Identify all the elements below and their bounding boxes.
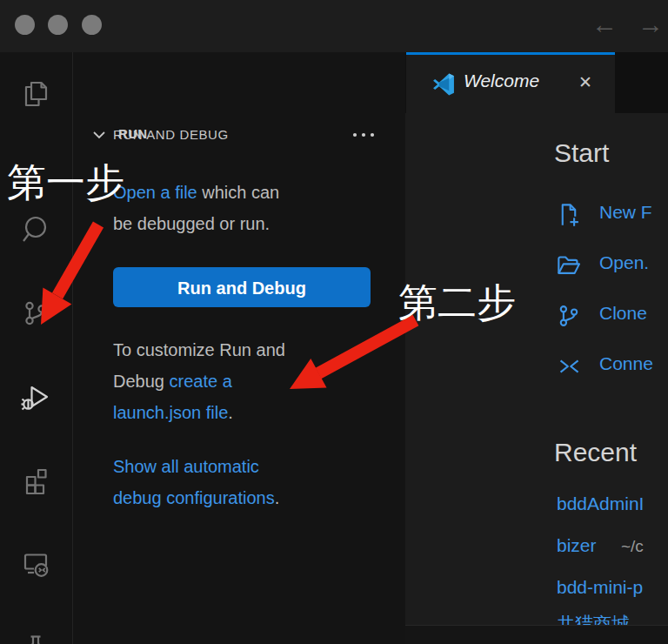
- activity-bar: [0, 52, 72, 644]
- run-section-header[interactable]: RUN: [118, 126, 147, 141]
- open-file-hint-text: Open a file which canbe debugged or run.: [113, 177, 383, 239]
- editor-area: Welcome ✕ Start New F: [405, 52, 668, 644]
- forward-icon[interactable]: →: [638, 7, 664, 42]
- run-and-debug-button[interactable]: Run and Debug: [113, 267, 371, 307]
- search-icon: [20, 214, 51, 245]
- inline-text: be debugged or run.: [113, 214, 270, 233]
- recent-list: bddAdminI bizer ~/c bdd-mini-p: [557, 485, 668, 610]
- activity-item-search[interactable]: [20, 214, 51, 245]
- start-item-label[interactable]: Open.: [599, 252, 649, 273]
- start-item-clone[interactable]: Clone: [554, 291, 668, 341]
- tab-bar: Welcome ✕: [405, 52, 668, 113]
- titlebar: ← →: [0, 0, 668, 52]
- more-actions-icon[interactable]: [348, 125, 379, 144]
- tab-welcome[interactable]: Welcome ✕: [406, 52, 615, 113]
- explorer-icon: [20, 78, 51, 110]
- recent-item[interactable]: bizer ~/c: [557, 527, 668, 568]
- recent-item-name[interactable]: bdd-mini-p: [557, 577, 643, 598]
- start-item-label[interactable]: Clone: [599, 303, 647, 324]
- recent-item-name[interactable]: bddAdminI: [557, 493, 644, 514]
- recent-item-clipped[interactable]: 共猎商城: [557, 610, 668, 625]
- inline-text: To customize Run and: [113, 340, 285, 359]
- back-icon[interactable]: ←: [591, 7, 618, 42]
- sidebar-run-and-debug: RUN AND DEBUG RUN Open a file which canb…: [72, 52, 405, 644]
- vscode-logo-icon: [431, 72, 456, 100]
- close-icon[interactable]: ✕: [578, 72, 592, 92]
- activity-item-testing[interactable]: [20, 632, 51, 644]
- inline-text: .: [275, 488, 280, 507]
- inline-text: .: [228, 403, 233, 422]
- activity-item-run-and-debug[interactable]: [20, 381, 51, 413]
- inline-link[interactable]: create a: [170, 372, 232, 391]
- start-item-new-file[interactable]: New F: [554, 190, 668, 240]
- connect-icon: [556, 353, 582, 383]
- chevron-down-icon[interactable]: [89, 125, 110, 148]
- customize-hint-text: To customize Run andDebug create alaunch…: [113, 334, 383, 428]
- start-item-label[interactable]: New F: [599, 202, 652, 223]
- inline-text: Debug: [113, 372, 170, 391]
- activity-item-remote-explorer[interactable]: [20, 548, 51, 580]
- start-heading: Start: [554, 138, 609, 168]
- editor-bottom-strip: [405, 625, 668, 644]
- extensions-icon: [20, 465, 51, 496]
- start-item-connect[interactable]: Conne: [554, 341, 668, 392]
- activity-item-extensions[interactable]: [20, 465, 51, 496]
- run-and-debug-icon: [20, 381, 51, 413]
- recent-item-name[interactable]: 共猎商城: [557, 612, 630, 625]
- recent-item[interactable]: bddAdminI: [557, 485, 668, 527]
- inline-link[interactable]: debug configurations: [113, 488, 275, 507]
- recent-item[interactable]: bdd-mini-p: [557, 568, 668, 610]
- traffic-light-minimize-icon[interactable]: [48, 15, 68, 35]
- remote-explorer-icon: [20, 548, 51, 580]
- recent-item-name[interactable]: bizer: [557, 535, 597, 556]
- clone-repo-icon: [556, 303, 582, 332]
- activity-item-source-control[interactable]: [20, 298, 51, 329]
- recent-heading: Recent: [554, 438, 637, 467]
- traffic-light-close-icon[interactable]: [15, 15, 35, 35]
- inline-link[interactable]: Open a file: [113, 183, 197, 202]
- source-control-icon: [20, 298, 51, 329]
- recent-item-path: ~/c: [621, 537, 644, 556]
- inline-link[interactable]: launch.json file: [113, 403, 228, 422]
- vscode-window: ← →: [0, 0, 668, 644]
- open-folder-icon: [556, 252, 582, 282]
- new-file-icon: [556, 202, 582, 231]
- show-all-configurations-text: Show all automaticdebug configurations.: [113, 451, 383, 513]
- testing-icon: [20, 632, 51, 644]
- inline-link[interactable]: Show all automatic: [113, 457, 259, 476]
- inline-text: which can: [197, 183, 280, 202]
- activity-item-explorer[interactable]: [20, 78, 51, 110]
- start-item-open[interactable]: Open.: [554, 240, 668, 291]
- start-list: New F Open. Clone: [554, 190, 668, 392]
- traffic-light-maximize-icon[interactable]: [82, 15, 102, 35]
- start-item-label[interactable]: Conne: [599, 353, 653, 374]
- tab-label: Welcome: [464, 70, 539, 91]
